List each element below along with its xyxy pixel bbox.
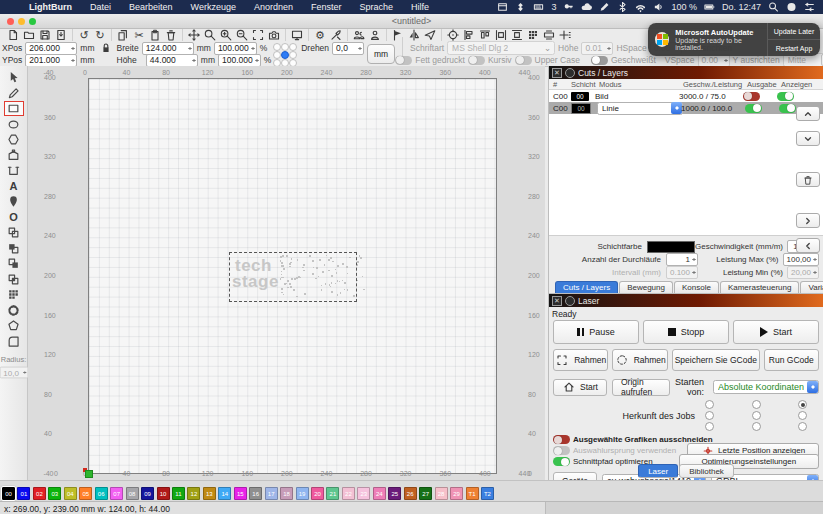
align-h-icon[interactable] — [462, 29, 476, 41]
column-header[interactable]: Anzeigen — [781, 80, 821, 89]
palette-color-21[interactable]: 21 — [326, 487, 339, 500]
design-object-text[interactable]: tech — [235, 258, 272, 273]
palette-color-06[interactable]: 06 — [95, 487, 108, 500]
palette-color-03[interactable]: 03 — [48, 487, 61, 500]
anchor-dot[interactable] — [281, 43, 289, 51]
palette-color-05[interactable]: 05 — [79, 487, 92, 500]
pencil-tool[interactable] — [4, 86, 24, 101]
array-grid-tool[interactable] — [4, 287, 24, 302]
key-icon[interactable] — [563, 1, 574, 13]
geschweisst-toggle[interactable] — [591, 56, 608, 65]
palette-color-09[interactable]: 09 — [141, 487, 154, 500]
menu-anordnen[interactable]: Anordnen — [245, 0, 302, 14]
column-header[interactable]: # — [549, 80, 571, 89]
cut-icon[interactable]: ✂ — [132, 29, 146, 41]
menu-datei[interactable]: Datei — [81, 0, 120, 14]
undock-panel-icon[interactable] — [565, 68, 575, 78]
stop-button[interactable]: Stopp — [643, 320, 729, 344]
single-user-icon[interactable] — [368, 29, 382, 41]
xpos-input[interactable]: 206.000 — [25, 42, 77, 55]
job-origin-radio[interactable] — [798, 400, 807, 409]
height-percent-input[interactable]: 100.000 — [218, 54, 261, 67]
tab-bewegung[interactable]: Bewegung — [619, 281, 673, 293]
palette-color-00[interactable]: 00 — [2, 487, 15, 500]
menu-fenster[interactable]: Fenster — [302, 0, 351, 14]
update-later-button[interactable]: Update Later — [768, 23, 820, 40]
tab-laser[interactable]: Laser — [638, 464, 678, 478]
frame-rubber-button[interactable]: Rahmen — [612, 349, 667, 371]
width-percent-input[interactable]: 100.000 — [214, 42, 257, 55]
layer-color-chip[interactable]: 00 — [571, 103, 591, 114]
hoehe-input[interactable]: 44.000 — [146, 54, 198, 67]
font-family-select[interactable]: MS Shell Dlg 2⌄ — [447, 41, 555, 55]
use-origin-toggle[interactable] — [553, 446, 570, 455]
zoom-icon[interactable] — [203, 29, 217, 41]
new-file-icon[interactable] — [6, 29, 20, 41]
screen-icon[interactable] — [290, 29, 304, 41]
home-button[interactable]: Start — [553, 379, 607, 396]
palette-color-07[interactable]: 07 — [110, 487, 123, 500]
drehen-input[interactable]: 0,0 — [332, 42, 364, 55]
bool-union-tool[interactable] — [4, 241, 24, 256]
control-center-icon[interactable] — [804, 1, 815, 13]
zoom-out-icon[interactable] — [235, 29, 249, 41]
lock-aspect-icon[interactable] — [98, 42, 114, 54]
frame-select-icon[interactable] — [251, 29, 265, 41]
volume-icon[interactable] — [653, 1, 664, 13]
show-toggle[interactable] — [779, 104, 796, 113]
ypos-input[interactable]: 201.000 — [25, 54, 77, 67]
move-layer-up-button[interactable] — [796, 106, 820, 121]
palette-color-10[interactable]: 10 — [157, 487, 170, 500]
layer-color-chip[interactable]: 00 — [571, 92, 589, 101]
move-layer-down-button[interactable] — [796, 131, 820, 146]
leistung-max-input[interactable]: 100,00 — [783, 253, 819, 266]
job-origin-radio[interactable] — [798, 411, 807, 420]
corner-radius-tool[interactable] — [4, 334, 24, 349]
palette-color-27[interactable]: 27 — [419, 487, 432, 500]
palette-color-26[interactable]: 26 — [404, 487, 417, 500]
delete-icon[interactable] — [164, 29, 178, 41]
menu-werkzeuge[interactable]: Werkzeuge — [182, 0, 245, 14]
palette-color-12[interactable]: 12 — [187, 487, 200, 500]
goto-origin-button[interactable]: Origin aufrufen — [612, 379, 670, 396]
array-grid-icon[interactable] — [526, 29, 540, 41]
job-origin-radio[interactable] — [705, 400, 714, 409]
uppercase-toggle[interactable] — [515, 56, 532, 65]
palette-color-11[interactable]: 11 — [172, 487, 185, 500]
output-toggle[interactable] — [745, 104, 762, 113]
palette-color-04[interactable]: 04 — [64, 487, 77, 500]
palette-color-24[interactable]: 24 — [373, 487, 386, 500]
position-icon[interactable] — [558, 29, 572, 41]
start-button[interactable]: Start — [733, 320, 819, 344]
cloud-icon[interactable] — [581, 1, 592, 13]
undock-panel-icon[interactable] — [565, 296, 575, 306]
copy-icon[interactable] — [116, 29, 130, 41]
hexagon-tool[interactable] — [4, 132, 24, 147]
rectangle-tool[interactable] — [4, 101, 24, 116]
start-from-select[interactable]: Absolute Koordinaten — [713, 380, 819, 394]
layer-mode[interactable]: Bild — [595, 92, 679, 101]
bool-subtract-tool[interactable] — [4, 256, 24, 271]
output-toggle[interactable] — [743, 92, 760, 101]
undo-icon[interactable]: ↺ — [77, 29, 91, 41]
mirror-icon[interactable] — [407, 29, 421, 41]
wifi-icon[interactable] — [635, 1, 646, 13]
select-tool[interactable] — [4, 70, 24, 85]
palette-color-17[interactable]: 17 — [265, 487, 278, 500]
siri-icon[interactable] — [786, 1, 797, 13]
keyboard-icon[interactable] — [533, 1, 544, 13]
anchor-dot[interactable] — [289, 43, 297, 51]
job-origin-radio[interactable] — [752, 422, 761, 431]
palette-color-14[interactable]: 14 — [218, 487, 231, 500]
move-origin-icon[interactable] — [446, 29, 460, 41]
save-gcode-button[interactable]: Speichern Sie GCode — [672, 349, 760, 371]
palette-color-15[interactable]: 15 — [234, 487, 247, 500]
restart-app-button[interactable]: Restart App — [768, 40, 820, 56]
job-origin-radio[interactable] — [705, 411, 714, 420]
battery-icon[interactable] — [704, 1, 715, 13]
fett-toggle[interactable] — [395, 56, 412, 65]
palette-color-20[interactable]: 20 — [311, 487, 324, 500]
save-icon[interactable] — [38, 29, 52, 41]
palette-color-29[interactable]: 29 — [450, 487, 463, 500]
tab-cuts-layers[interactable]: Cuts / Layers — [555, 281, 618, 293]
